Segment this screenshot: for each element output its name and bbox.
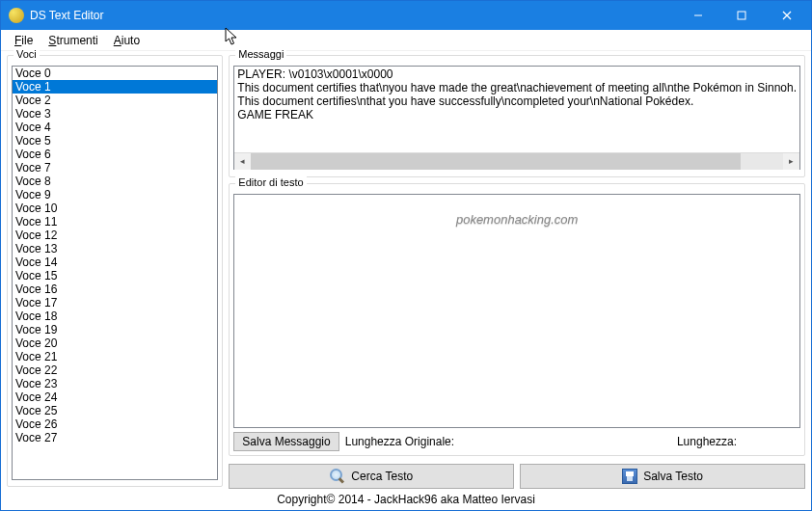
messaggi-line: GAME FREAK xyxy=(237,108,797,121)
voci-item[interactable]: Voce 11 xyxy=(13,215,217,229)
editor-panel: Editor di testo pokemonhacking.com Salva… xyxy=(229,183,805,456)
voci-item[interactable]: Voce 24 xyxy=(13,390,217,404)
messaggi-line: This document certifies that\nyou have m… xyxy=(237,81,797,94)
messaggi-hscroll[interactable]: ◂ ▸ xyxy=(234,152,799,169)
lunghezza-label: Lunghezza: xyxy=(677,435,737,448)
voci-item[interactable]: Voce 10 xyxy=(13,202,217,215)
voci-item[interactable]: Voce 1 xyxy=(13,80,217,94)
save-icon xyxy=(622,469,637,484)
content-area: Voci Voce 0Voce 1Voce 2Voce 3Voce 4Voce … xyxy=(1,51,811,491)
salva-messaggio-button[interactable]: Salva Messaggio xyxy=(233,432,338,451)
voci-listbox[interactable]: Voce 0Voce 1Voce 2Voce 3Voce 4Voce 5Voce… xyxy=(12,66,218,480)
voci-item[interactable]: Voce 27 xyxy=(13,431,217,444)
voci-item[interactable]: Voce 22 xyxy=(13,363,217,377)
cerca-testo-button[interactable]: Cerca Testo xyxy=(229,464,514,489)
close-button[interactable] xyxy=(763,1,811,30)
menu-strumenti[interactable]: Strumenti xyxy=(41,32,105,49)
title-bar: DS Text Editor xyxy=(1,1,811,30)
menu-aiuto[interactable]: Aiuto xyxy=(106,32,148,49)
search-icon xyxy=(330,469,345,484)
voci-item[interactable]: Voce 25 xyxy=(13,404,217,417)
voci-item[interactable]: Voce 6 xyxy=(13,148,217,161)
messaggi-box[interactable]: PLAYER: \v0103\x0001\x0000This document … xyxy=(233,66,800,170)
voci-item[interactable]: Voce 21 xyxy=(13,350,217,363)
minimize-button[interactable] xyxy=(676,1,719,30)
voci-label: Voci xyxy=(14,48,40,60)
salva-testo-button[interactable]: Salva Testo xyxy=(520,464,805,489)
voci-item[interactable]: Voce 2 xyxy=(13,94,217,107)
editor-textarea[interactable]: pokemonhacking.com xyxy=(233,194,800,428)
maximize-button[interactable] xyxy=(719,1,763,30)
voci-item[interactable]: Voce 4 xyxy=(13,121,217,134)
voci-item[interactable]: Voce 19 xyxy=(13,323,217,336)
voci-item[interactable]: Voce 20 xyxy=(13,336,217,350)
cursor-icon xyxy=(225,27,240,46)
voci-item[interactable]: Voce 18 xyxy=(13,309,217,323)
voci-item[interactable]: Voce 14 xyxy=(13,256,217,269)
scroll-right-icon[interactable]: ▸ xyxy=(783,153,799,170)
voci-item[interactable]: Voce 23 xyxy=(13,377,217,390)
lunghezza-originale-label: Lunghezza Originale: xyxy=(345,435,454,448)
menu-file[interactable]: File xyxy=(7,32,41,49)
voci-item[interactable]: Voce 5 xyxy=(13,134,217,148)
voci-item[interactable]: Voce 13 xyxy=(13,242,217,256)
svg-rect-1 xyxy=(738,12,745,19)
voci-item[interactable]: Voce 16 xyxy=(13,282,217,296)
voci-item[interactable]: Voce 17 xyxy=(13,296,217,309)
voci-item[interactable]: Voce 9 xyxy=(13,188,217,202)
voci-item[interactable]: Voce 12 xyxy=(13,229,217,242)
voci-item[interactable]: Voce 0 xyxy=(13,67,217,80)
menu-bar: File Strumenti Aiuto xyxy=(1,30,811,51)
scroll-left-icon[interactable]: ◂ xyxy=(234,153,251,170)
voci-item[interactable]: Voce 3 xyxy=(13,107,217,121)
voci-item[interactable]: Voce 26 xyxy=(13,417,217,431)
window-title: DS Text Editor xyxy=(30,9,676,22)
messaggi-line: PLAYER: \v0103\x0001\x0000 xyxy=(237,67,797,81)
voci-item[interactable]: Voce 15 xyxy=(13,269,217,282)
watermark-text: pokemonhacking.com xyxy=(456,212,578,227)
editor-label: Editor di testo xyxy=(235,176,306,188)
messaggi-panel: Messaggi PLAYER: \v0103\x0001\x0000This … xyxy=(229,55,805,177)
messaggi-line: This document certifies\nthat you have s… xyxy=(237,94,797,108)
footer-copyright: Copyright© 2014 - JackHack96 aka Matteo … xyxy=(1,491,811,508)
voci-item[interactable]: Voce 8 xyxy=(13,175,217,188)
messaggi-label: Messaggi xyxy=(235,48,286,60)
voci-item[interactable]: Voce 7 xyxy=(13,161,217,175)
app-icon xyxy=(9,8,24,23)
voci-panel: Voci Voce 0Voce 1Voce 2Voce 3Voce 4Voce … xyxy=(7,55,223,487)
